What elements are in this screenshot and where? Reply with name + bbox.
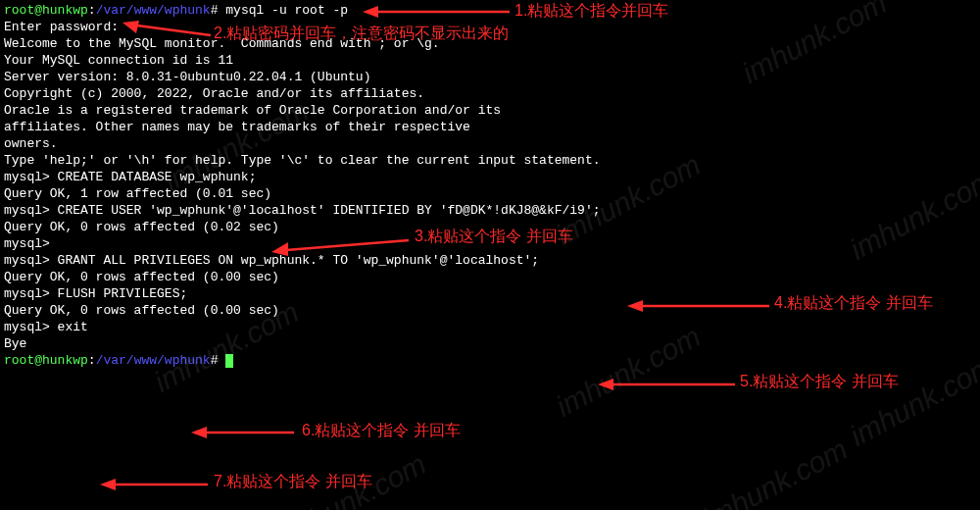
annotation-4: 4.粘贴这个指令 并回车 [774, 294, 933, 311]
command-empty [218, 353, 225, 368]
annotation-6: 6.粘贴这个指令 并回车 [302, 422, 461, 438]
line-prompt-2[interactable]: root@hunkwp:/var/www/wphunk# [4, 352, 976, 369]
svg-marker-11 [191, 427, 207, 438]
prompt-path: /var/www/wphunk [96, 353, 211, 368]
command-mysql: mysql -u root -p [218, 3, 348, 18]
cursor-icon [225, 354, 233, 368]
arrow-7-icon [100, 476, 213, 493]
annotation-7: 7.粘贴这个指令 并回车 [214, 473, 372, 489]
line-server-version: Server version: 8.0.31-0ubuntu0.22.04.1 … [4, 69, 976, 85]
annotation-5: 5.粘贴这个指令 并回车 [740, 373, 899, 389]
annotation-2: 2.粘贴密码并回车，注意密码不显示出来的 [214, 25, 509, 41]
watermark: imhunk.com [701, 439, 849, 510]
line-oracle-1: Oracle is a registered trademark of Orac… [4, 102, 976, 119]
terminal-output: root@hunkwp:/var/www/wphunk# mysql -u ro… [4, 2, 976, 369]
svg-marker-13 [100, 479, 116, 490]
prompt-user: root@hunkwp [4, 3, 88, 18]
line-query-ok-3: Query OK, 0 rows affected (0.00 sec) [4, 269, 976, 285]
svg-marker-9 [598, 379, 613, 390]
line-create-user: mysql> CREATE USER 'wp_wphunk'@'localhos… [4, 202, 976, 219]
line-exit: mysql> exit [4, 319, 976, 335]
annotation-3: 3.粘贴这个指令 并回车 [415, 228, 573, 244]
line-help: Type 'help;' or '\h' for help. Type '\c'… [4, 152, 976, 169]
line-copyright: Copyright (c) 2000, 2022, Oracle and/or … [4, 85, 976, 102]
arrow-5-icon [598, 376, 740, 393]
annotation-1: 1.粘贴这个指令并回车 [514, 2, 668, 19]
line-prompt-1[interactable]: root@hunkwp:/var/www/wphunk# mysql -u ro… [4, 2, 976, 19]
prompt-path: /var/www/wphunk [96, 3, 211, 18]
prompt-sep: : [88, 353, 96, 368]
line-oracle-3: owners. [4, 135, 976, 152]
line-oracle-2: affiliates. Other names may be trademark… [4, 119, 976, 135]
line-bye: Bye [4, 335, 976, 352]
line-create-database: mysql> CREATE DATABASE wp_wphunk; [4, 169, 976, 185]
line-connection-id: Your MySQL connection id is 11 [4, 52, 976, 69]
prompt-user: root@hunkwp [4, 353, 88, 368]
watermark: imhunk.com [848, 356, 980, 445]
arrow-6-icon [191, 424, 299, 441]
line-query-ok-1: Query OK, 1 row affected (0.01 sec) [4, 185, 976, 202]
line-grant: mysql> GRANT ALL PRIVILEGES ON wp_wphunk… [4, 252, 976, 269]
prompt-sep: : [88, 3, 96, 18]
